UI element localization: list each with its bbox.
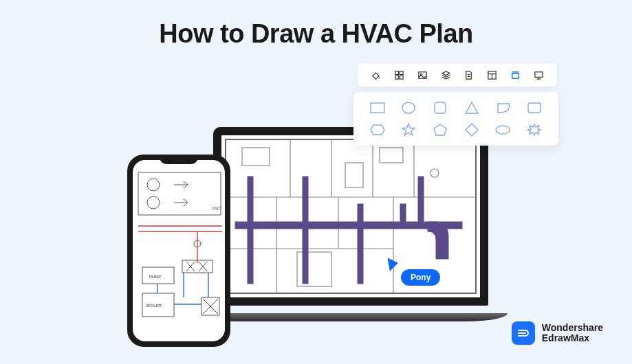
svg-rect-13 <box>242 148 270 166</box>
logo-text: Wondershare EdrawMax <box>542 323 603 344</box>
shape-star[interactable] <box>398 122 419 138</box>
shape-circle[interactable] <box>398 100 419 116</box>
shapes-row-1 <box>363 100 549 116</box>
shape-pentagon[interactable] <box>430 122 450 138</box>
logo-line2: EdrawMax <box>542 333 603 343</box>
shape-rounded-rect[interactable] <box>524 100 545 116</box>
phone-notch <box>160 155 198 164</box>
layout-icon[interactable] <box>486 69 498 81</box>
svg-rect-33 <box>400 71 404 74</box>
shape-triangle[interactable] <box>461 100 482 116</box>
svg-rect-51 <box>528 103 541 113</box>
hvac-schematic: PUMP BOILER DUC <box>133 160 225 341</box>
pump-label: PUMP <box>149 275 161 279</box>
logo-mark-icon <box>512 321 535 345</box>
svg-rect-48 <box>371 103 384 113</box>
svg-rect-20 <box>358 204 363 225</box>
svg-rect-23 <box>418 177 424 225</box>
svg-rect-17 <box>248 229 253 284</box>
shapes-panel <box>353 92 558 146</box>
svg-rect-50 <box>435 102 446 113</box>
phone-screen: PUMP BOILER DUC <box>133 160 225 341</box>
shape-rectangle[interactable] <box>367 100 388 116</box>
svg-rect-35 <box>400 76 404 79</box>
shape-parallelogram[interactable] <box>492 100 513 116</box>
shapes-row-2 <box>363 122 549 138</box>
svg-rect-34 <box>395 76 399 79</box>
duct-label: DUC <box>213 206 222 210</box>
laptop-display <box>221 135 480 297</box>
toolbar <box>358 63 557 87</box>
cursor-user-label: Pony <box>401 269 440 286</box>
svg-rect-19 <box>303 229 308 284</box>
boiler-label: BOILER <box>146 304 162 308</box>
page-icon[interactable] <box>463 69 475 81</box>
svg-point-14 <box>431 169 439 177</box>
fill-icon[interactable] <box>370 69 382 81</box>
phone-mockup: PUMP BOILER DUC <box>127 155 230 347</box>
shape-rounded-square[interactable] <box>430 100 450 116</box>
svg-point-26 <box>147 196 160 209</box>
svg-rect-36 <box>419 71 426 78</box>
container-icon[interactable] <box>510 69 521 81</box>
shape-ellipse[interactable] <box>492 122 513 138</box>
laptop-screen <box>213 127 488 306</box>
image-icon[interactable] <box>417 69 428 81</box>
page-title: How to Draw a HVAC Plan <box>0 19 632 49</box>
layers-icon[interactable] <box>440 69 452 81</box>
cursor-pointer-icon <box>387 256 399 271</box>
presentation-icon[interactable] <box>533 69 545 81</box>
svg-rect-43 <box>512 73 519 78</box>
shape-burst[interactable] <box>524 122 545 138</box>
laptop-base <box>194 313 508 321</box>
svg-rect-32 <box>395 71 399 74</box>
svg-rect-18 <box>303 177 308 225</box>
svg-rect-11 <box>345 163 363 187</box>
svg-rect-45 <box>535 71 543 77</box>
svg-rect-21 <box>358 229 363 284</box>
laptop-mockup <box>213 127 488 316</box>
brand-logo: Wondershare EdrawMax <box>512 321 603 345</box>
svg-rect-24 <box>138 172 221 215</box>
svg-rect-12 <box>380 148 403 163</box>
floorplan-diagram <box>221 135 480 297</box>
svg-point-49 <box>402 102 415 113</box>
svg-rect-22 <box>400 204 406 225</box>
svg-point-52 <box>496 126 510 134</box>
shape-hexagon[interactable] <box>367 122 388 138</box>
shape-diamond[interactable] <box>461 122 482 138</box>
svg-point-25 <box>147 179 160 191</box>
collaborator-cursor: Pony <box>389 257 398 271</box>
svg-rect-16 <box>248 177 253 225</box>
grid-icon[interactable] <box>393 69 405 81</box>
logo-line1: Wondershare <box>542 323 603 333</box>
